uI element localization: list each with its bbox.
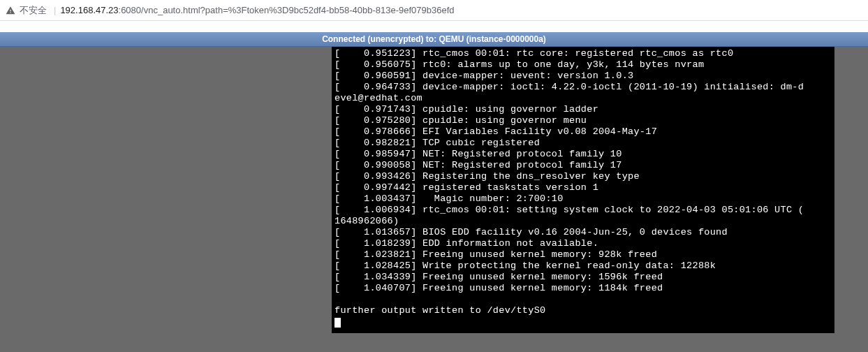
terminal-line: [ 0.993426] Registering the dns_resolver… (334, 171, 832, 182)
terminal-line: [ 0.956075] rtc0: alarms up to one day, … (334, 59, 832, 71)
terminal-console[interactable]: [ 0.951223] rtc_cmos 00:01: rtc core: re… (332, 47, 834, 333)
left-padding (0, 47, 332, 333)
terminal-line: evel@redhat.com (334, 93, 832, 104)
vnc-container: [ 0.951223] rtc_cmos 00:01: rtc core: re… (0, 47, 868, 333)
cursor (334, 318, 341, 328)
terminal-line: [ 0.960591] device-mapper: uevent: versi… (334, 71, 832, 82)
url-port: :6080 (119, 5, 142, 15)
security-label: 不安全 (20, 4, 47, 17)
url-host: 192.168.47.23 (60, 5, 118, 15)
terminal-line: [ 0.985947] NET: Registered protocol fam… (334, 149, 832, 160)
vnc-status-bar: Connected (unencrypted) to: QEMU (instan… (0, 32, 868, 47)
terminal-line: [ 1.003437] Magic number: 2:700:10 (334, 193, 832, 205)
terminal-cursor-line (334, 316, 832, 328)
insecure-warning-icon (6, 6, 15, 15)
terminal-line: [ 1.040707] Freeing unused kernel memory… (334, 283, 832, 294)
url-path: /vnc_auto.html?path=%3Ftoken%3D9bc52df4-… (141, 5, 454, 15)
terminal-line: [ 1.023821] Freeing unused kernel memory… (334, 249, 832, 261)
terminal-line: [ 1.028425] Write protecting the kernel … (334, 261, 832, 272)
terminal-line: [ 0.951223] rtc_cmos 00:01: rtc core: re… (334, 48, 832, 59)
terminal-line: [ 0.982821] TCP cubic registered (334, 138, 832, 149)
terminal-line: [ 0.978666] EFI Variables Facility v0.08… (334, 126, 832, 138)
terminal-line: [ 0.990058] NET: Registered protocol fam… (334, 160, 832, 171)
terminal-line: [ 1.006934] rtc_cmos 00:01: setting syst… (334, 205, 832, 216)
terminal-line: 1648962066) (334, 216, 832, 227)
terminal-line: [ 0.997442] registered taskstats version… (334, 182, 832, 193)
terminal-line: [ 1.018239] EDD information not availabl… (334, 238, 832, 249)
terminal-line: [ 0.975280] cpuidle: using governor menu (334, 115, 832, 126)
page-body: Connected (unencrypted) to: QEMU (instan… (0, 21, 868, 352)
terminal-line: [ 1.013657] BIOS EDD facility v0.16 2004… (334, 227, 832, 238)
browser-address-bar[interactable]: 不安全 | 192.168.47.23:6080/vnc_auto.html?p… (0, 0, 868, 21)
gap (0, 21, 868, 32)
terminal-line: [ 0.971743] cpuidle: using governor ladd… (334, 104, 832, 115)
terminal-line: [ 0.964733] device-mapper: ioctl: 4.22.0… (334, 82, 832, 93)
url-text: 192.168.47.23:6080/vnc_auto.html?path=%3… (60, 5, 454, 15)
separator: | (54, 5, 56, 15)
terminal-line: [ 1.034339] Freeing unused kernel memory… (334, 272, 832, 283)
terminal-line: further output written to /dev/ttyS0 (334, 305, 832, 316)
terminal-line (334, 294, 832, 305)
